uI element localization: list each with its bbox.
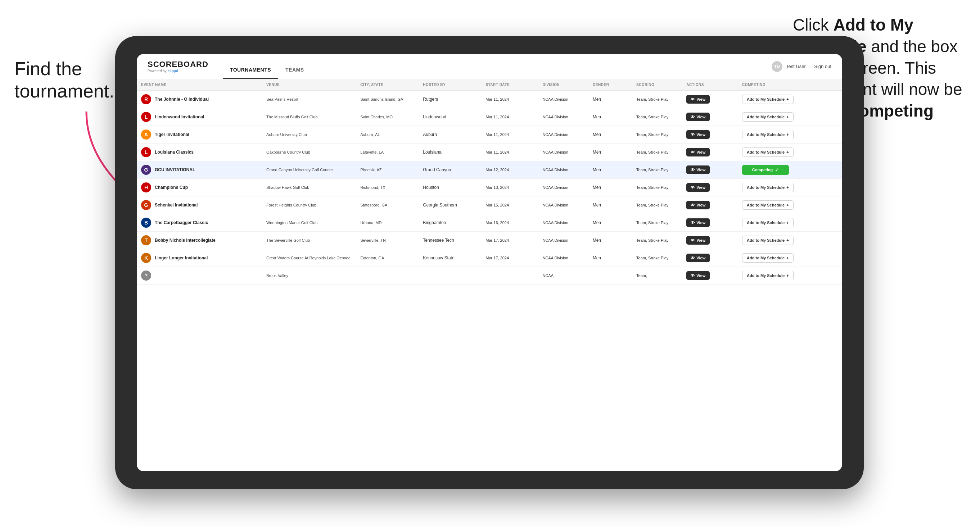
event-name: Linger Longer Invitational — [155, 256, 208, 260]
scoring-cell: Team, Stroke Play — [632, 126, 682, 143]
view-button[interactable]: 👁 View — [686, 113, 710, 121]
event-name: Bobby Nichols Intercollegiate — [155, 238, 216, 243]
eye-icon: 👁 — [690, 221, 695, 225]
view-button[interactable]: 👁 View — [686, 165, 710, 174]
event-name: The Johnnie - O Individual — [155, 97, 209, 102]
event-name-cell: G Schenkel Invitational — [137, 197, 262, 214]
team-logo: ? — [141, 270, 151, 281]
view-button[interactable]: 👁 View — [686, 236, 710, 244]
hosted-by-cell — [418, 267, 481, 284]
actions-cell: 👁 View — [682, 232, 738, 249]
app-logo: SCOREBOARD — [148, 60, 208, 69]
team-logo: L — [141, 112, 151, 122]
scoring-cell: Team, Stroke Play — [632, 232, 682, 249]
add-to-schedule-button[interactable]: Add to My Schedule + — [742, 148, 794, 157]
gender-cell: Men — [589, 108, 632, 126]
col-header-gender: GENDER — [589, 79, 632, 90]
city-cell: Urbana, MD — [356, 214, 418, 232]
gender-cell: Men — [589, 90, 632, 108]
view-button[interactable]: 👁 View — [686, 201, 710, 210]
city-cell: Phoenix, AZ — [356, 161, 418, 179]
add-to-schedule-button[interactable]: Add to My Schedule + — [742, 112, 794, 122]
actions-cell: 👁 View — [682, 143, 738, 161]
sign-out-link[interactable]: Sign out — [814, 63, 831, 69]
city-cell: Lafayette, LA — [356, 143, 418, 161]
start-date-cell: Mar 17, 2024 — [481, 249, 538, 267]
venue-cell: Worthington Manor Golf Club — [262, 214, 356, 232]
competing-cell: Add to My Schedule + — [738, 179, 842, 197]
start-date-cell: Mar 12, 2024 — [481, 161, 538, 179]
event-name: Lindenwood Invitational — [155, 114, 204, 119]
tournaments-table: EVENT NAME VENUE CITY, STATE HOSTED BY S… — [137, 79, 842, 284]
tab-teams[interactable]: TEAMS — [278, 67, 311, 79]
plus-icon: + — [786, 97, 789, 102]
eye-icon: 👁 — [690, 238, 695, 243]
user-name: Test User — [786, 63, 806, 69]
event-name-cell: R The Johnnie - O Individual — [137, 90, 262, 108]
competing-cell: Add to My Schedule + — [738, 249, 842, 267]
add-to-schedule-button[interactable]: Add to My Schedule + — [742, 236, 794, 245]
table-header: EVENT NAME VENUE CITY, STATE HOSTED BY S… — [137, 79, 842, 90]
eye-icon: 👁 — [690, 115, 695, 119]
plus-icon: + — [786, 273, 789, 278]
tablet-screen: SCOREBOARD Powered by clippd TOURNAMENTS… — [137, 54, 842, 471]
add-to-schedule-button[interactable]: Add to My Schedule + — [742, 253, 794, 263]
division-cell: NCAA Division I — [538, 143, 588, 161]
event-name: The Carpetbagger Classic — [155, 220, 208, 225]
scoring-cell: Team, Stroke Play — [632, 90, 682, 108]
hosted-by-cell: Louisiana — [418, 143, 481, 161]
venue-cell: Shadow Hawk Golf Club — [262, 179, 356, 197]
city-cell: Saint Simons Island, GA — [356, 90, 418, 108]
tablet-device: SCOREBOARD Powered by clippd TOURNAMENTS… — [115, 36, 864, 489]
add-to-schedule-button[interactable]: Add to My Schedule + — [742, 95, 794, 104]
city-cell: Eatonton, GA — [356, 249, 418, 267]
plus-icon: + — [786, 185, 789, 190]
eye-icon: 👁 — [690, 132, 695, 137]
competing-button[interactable]: Competing ✓ — [742, 165, 789, 175]
logo-area: SCOREBOARD Powered by clippd — [148, 60, 208, 73]
division-cell: NCAA Division I — [538, 108, 588, 126]
eye-icon: 👁 — [690, 150, 695, 154]
table-row: K Linger Longer Invitational Great Water… — [137, 249, 842, 267]
division-cell: NCAA Division I — [538, 232, 588, 249]
table-row: R The Johnnie - O Individual Sea Palms R… — [137, 90, 842, 108]
col-header-hosted: HOSTED BY — [418, 79, 481, 90]
table-row: H Champions Cup Shadow Hawk Golf ClubRic… — [137, 179, 842, 197]
event-name-cell: K Linger Longer Invitational — [137, 249, 262, 267]
table-row: ? Brook ValleyNCAATeam, 👁 View Add to My… — [137, 267, 842, 284]
tab-tournaments[interactable]: TOURNAMENTS — [223, 67, 278, 79]
add-to-schedule-button[interactable]: Add to My Schedule + — [742, 271, 794, 280]
view-button[interactable]: 👁 View — [686, 254, 710, 262]
view-button[interactable]: 👁 View — [686, 271, 710, 280]
start-date-cell: Mar 15, 2024 — [481, 197, 538, 214]
division-cell: NCAA Division I — [538, 179, 588, 197]
view-button[interactable]: 👁 View — [686, 130, 710, 139]
event-name: Louisiana Classics — [155, 150, 194, 155]
annotation-left: Find the tournament. — [14, 57, 123, 103]
plus-icon: + — [786, 132, 789, 137]
col-header-venue: VENUE — [262, 79, 356, 90]
venue-cell: Forest Heights Country Club — [262, 197, 356, 214]
view-button[interactable]: 👁 View — [686, 95, 710, 103]
event-name: Tiger Invitational — [155, 132, 189, 137]
view-button[interactable]: 👁 View — [686, 183, 710, 192]
add-to-schedule-button[interactable]: Add to My Schedule + — [742, 200, 794, 210]
hosted-by-cell: Houston — [418, 179, 481, 197]
scoring-cell: Team, Stroke Play — [632, 108, 682, 126]
add-to-schedule-button[interactable]: Add to My Schedule + — [742, 130, 794, 139]
venue-cell: Auburn University Club — [262, 126, 356, 143]
view-button[interactable]: 👁 View — [686, 218, 710, 227]
col-header-event: EVENT NAME — [137, 79, 262, 90]
add-to-schedule-button[interactable]: Add to My Schedule + — [742, 218, 794, 227]
table-row: B The Carpetbagger Classic Worthington M… — [137, 214, 842, 232]
add-to-schedule-button[interactable]: Add to My Schedule + — [742, 183, 794, 192]
venue-cell: Brook Valley — [262, 267, 356, 284]
plus-icon: + — [786, 115, 789, 119]
scoring-cell: Team, Stroke Play — [632, 161, 682, 179]
event-name-cell: L Lindenwood Invitational — [137, 108, 262, 126]
scoring-cell: Team, Stroke Play — [632, 179, 682, 197]
city-cell: Richmond, TX — [356, 179, 418, 197]
plus-icon: + — [786, 238, 789, 243]
view-button[interactable]: 👁 View — [686, 148, 710, 157]
competing-cell: Add to My Schedule + — [738, 143, 842, 161]
